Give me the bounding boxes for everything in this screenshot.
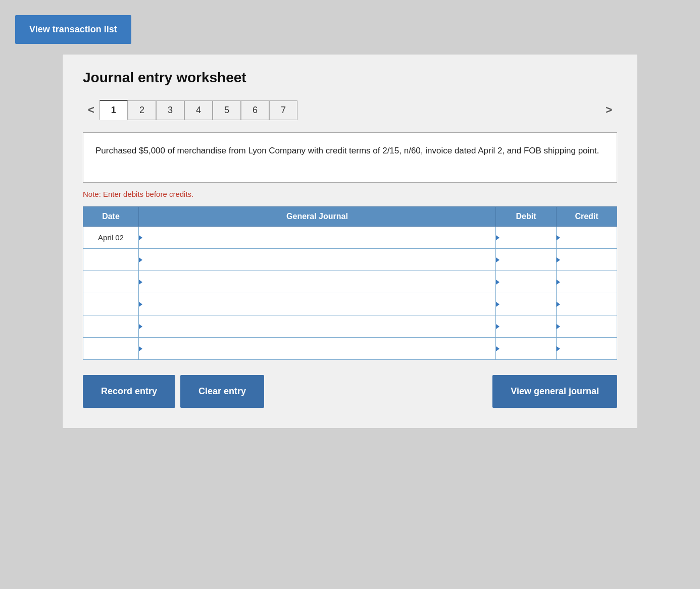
tab-5[interactable]: 5: [213, 100, 241, 120]
clear-entry-button[interactable]: Clear entry: [180, 375, 264, 408]
col-header-journal: General Journal: [139, 207, 496, 227]
tab-6[interactable]: 6: [241, 100, 269, 120]
date-cell-5: [83, 315, 139, 338]
credit-cell-3[interactable]: [557, 271, 617, 293]
buttons-row: Record entry Clear entry View general jo…: [83, 375, 617, 408]
journal-cell-5[interactable]: [139, 315, 496, 338]
table-row: [83, 315, 617, 338]
date-cell-4: [83, 293, 139, 315]
debit-input-1[interactable]: [498, 227, 552, 248]
table-row: April 02: [83, 227, 617, 249]
journal-input-2[interactable]: [144, 249, 493, 271]
debit-cell-1[interactable]: [496, 227, 557, 249]
view-transaction-list-button[interactable]: View transaction list: [15, 15, 131, 44]
main-panel: Journal entry worksheet < 1 2 3 4 5 6 7 …: [62, 54, 638, 429]
cell-indicator: [557, 280, 560, 285]
debit-cell-3[interactable]: [496, 271, 557, 293]
debit-cell-5[interactable]: [496, 315, 557, 338]
date-cell-2: [83, 249, 139, 271]
cell-indicator: [557, 324, 560, 329]
debit-input-5[interactable]: [498, 315, 552, 337]
cell-indicator: [496, 257, 499, 262]
journal-cell-4[interactable]: [139, 293, 496, 315]
cell-indicator: [139, 346, 142, 351]
col-header-credit: Credit: [557, 207, 617, 227]
record-entry-button[interactable]: Record entry: [83, 375, 175, 408]
cell-indicator: [139, 324, 142, 329]
debit-cell-6[interactable]: [496, 338, 557, 360]
credit-input-4[interactable]: [559, 293, 613, 315]
debit-input-6[interactable]: [498, 338, 552, 359]
journal-input-3[interactable]: [144, 271, 493, 293]
worksheet-title: Journal entry worksheet: [83, 70, 617, 86]
debit-cell-4[interactable]: [496, 293, 557, 315]
cell-indicator: [557, 235, 560, 240]
debit-cell-2[interactable]: [496, 249, 557, 271]
journal-input-5[interactable]: [144, 315, 493, 337]
journal-cell-2[interactable]: [139, 249, 496, 271]
tab-prev-button[interactable]: <: [83, 100, 99, 120]
date-value-1: April 02: [98, 233, 124, 242]
cell-indicator: [496, 280, 499, 285]
cell-indicator: [139, 302, 142, 307]
cell-indicator: [557, 257, 560, 262]
cell-indicator: [496, 235, 499, 240]
credit-input-1[interactable]: [559, 227, 613, 248]
cell-indicator: [557, 346, 560, 351]
debit-input-3[interactable]: [498, 271, 552, 293]
cell-indicator: [496, 302, 499, 307]
journal-cell-3[interactable]: [139, 271, 496, 293]
tab-1[interactable]: 1: [99, 100, 128, 120]
journal-input-4[interactable]: [144, 293, 493, 315]
table-row: [83, 249, 617, 271]
credit-input-5[interactable]: [559, 315, 613, 337]
credit-cell-1[interactable]: [557, 227, 617, 249]
journal-input-1[interactable]: [144, 227, 493, 248]
tab-next-button[interactable]: >: [601, 100, 617, 120]
cell-indicator: [139, 257, 142, 262]
date-cell-3: [83, 271, 139, 293]
tab-7[interactable]: 7: [269, 100, 297, 120]
cell-indicator: [139, 280, 142, 285]
tab-4[interactable]: 4: [184, 100, 213, 120]
credit-cell-4[interactable]: [557, 293, 617, 315]
view-general-journal-button[interactable]: View general journal: [492, 375, 617, 408]
journal-cell-1[interactable]: [139, 227, 496, 249]
col-header-debit: Debit: [496, 207, 557, 227]
col-header-date: Date: [83, 207, 139, 227]
tab-3[interactable]: 3: [156, 100, 184, 120]
credit-input-3[interactable]: [559, 271, 613, 293]
credit-cell-5[interactable]: [557, 315, 617, 338]
table-row: [83, 338, 617, 360]
entry-note: Note: Enter debits before credits.: [83, 190, 617, 198]
table-row: [83, 293, 617, 315]
credit-cell-2[interactable]: [557, 249, 617, 271]
debit-input-4[interactable]: [498, 293, 552, 315]
journal-table: Date General Journal Debit Credit April …: [83, 206, 617, 360]
credit-cell-6[interactable]: [557, 338, 617, 360]
credit-input-2[interactable]: [559, 249, 613, 271]
tabs-row: < 1 2 3 4 5 6 7 >: [83, 100, 617, 120]
date-cell-1: April 02: [83, 227, 139, 249]
tab-2[interactable]: 2: [128, 100, 156, 120]
journal-cell-6[interactable]: [139, 338, 496, 360]
date-cell-6: [83, 338, 139, 360]
cell-indicator: [557, 302, 560, 307]
table-row: [83, 271, 617, 293]
credit-input-6[interactable]: [559, 338, 613, 359]
cell-indicator: [496, 324, 499, 329]
debit-input-2[interactable]: [498, 249, 552, 271]
journal-input-6[interactable]: [144, 338, 493, 359]
cell-indicator: [496, 346, 499, 351]
transaction-description: Purchased $5,000 of merchandise from Lyo…: [83, 132, 617, 183]
cell-indicator: [139, 235, 142, 240]
